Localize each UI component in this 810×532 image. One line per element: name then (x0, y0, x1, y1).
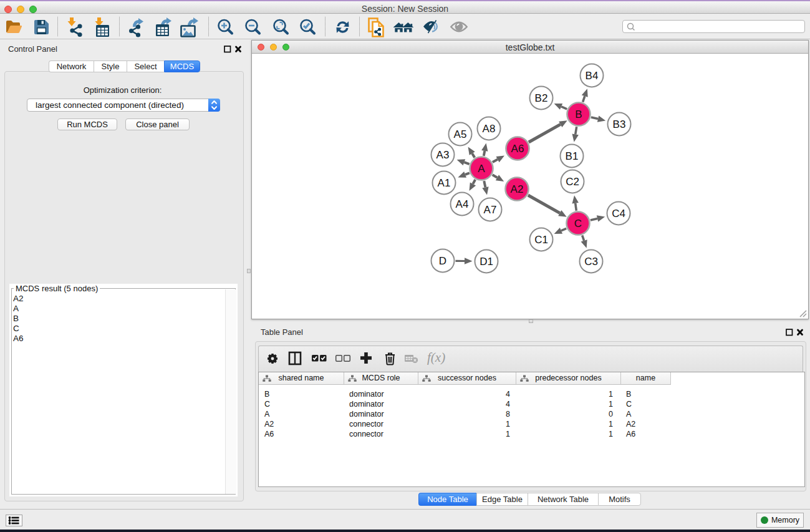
svg-text:B3: B3 (613, 118, 626, 130)
svg-text:A8: A8 (483, 123, 496, 135)
svg-text:B1: B1 (566, 150, 579, 162)
svg-text:C1: C1 (534, 234, 548, 246)
svg-text:C4: C4 (612, 208, 625, 220)
svg-text:D1: D1 (480, 256, 493, 268)
svg-text:A1: A1 (438, 177, 451, 189)
svg-text:A: A (478, 163, 485, 175)
svg-text:A3: A3 (436, 149, 450, 161)
svg-text:C: C (574, 218, 582, 230)
svg-text:A4: A4 (456, 198, 469, 210)
svg-text:B2: B2 (535, 92, 548, 104)
svg-text:B4: B4 (586, 70, 599, 82)
svg-text:A6: A6 (511, 143, 524, 155)
svg-text:A5: A5 (454, 128, 467, 140)
svg-text:C2: C2 (566, 176, 579, 188)
svg-text:C3: C3 (584, 256, 598, 268)
svg-text:A7: A7 (484, 204, 497, 216)
svg-text:B: B (575, 109, 582, 120)
svg-text:A2: A2 (511, 183, 524, 195)
svg-text:D: D (439, 255, 446, 267)
